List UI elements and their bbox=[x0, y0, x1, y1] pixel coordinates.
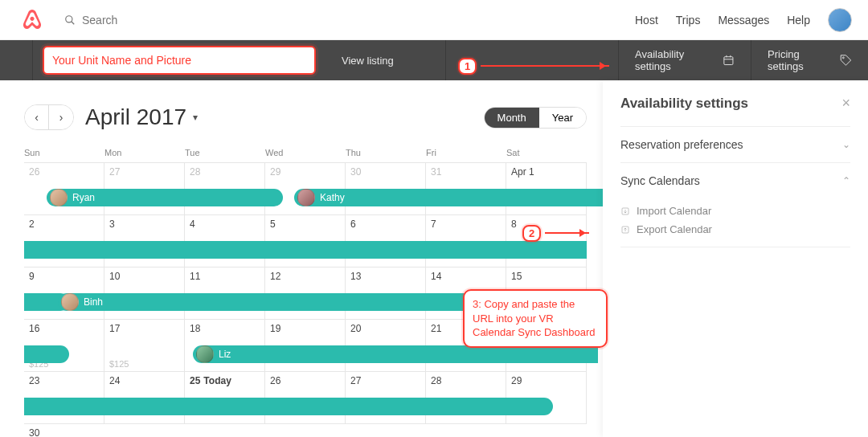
day-price: $125 bbox=[109, 359, 129, 369]
day-number: 25 bbox=[190, 375, 231, 386]
svg-line-1 bbox=[72, 21, 75, 24]
view-toggle: Month Year bbox=[484, 107, 587, 129]
profile-avatar[interactable] bbox=[828, 8, 852, 32]
reservation-bar[interactable]: Ryan bbox=[47, 189, 283, 206]
availability-settings-button[interactable]: Availability settings bbox=[619, 40, 751, 80]
reservation-preferences-row[interactable]: Reservation preferences ⌄ bbox=[620, 126, 850, 162]
calendar-week: 2345678 bbox=[24, 214, 587, 267]
day-number: 18 bbox=[190, 323, 200, 334]
annotation-badge-2: 2 bbox=[522, 225, 541, 242]
calendar-icon bbox=[723, 54, 735, 67]
prev-month-button[interactable]: ‹ bbox=[25, 105, 49, 129]
guest-avatar bbox=[61, 293, 79, 311]
day-number: Apr 1 bbox=[511, 166, 534, 178]
sync-calendar-items: Import Calendar Export Calendar bbox=[620, 198, 850, 247]
guest-avatar bbox=[50, 189, 68, 206]
day-number: 10 bbox=[109, 271, 120, 282]
day-number: 8 bbox=[511, 218, 517, 230]
guest-name: Liz bbox=[219, 349, 231, 360]
guest-name: Binh bbox=[84, 296, 103, 308]
global-header: Search Host Trips Messages Help bbox=[0, 0, 868, 40]
day-number: 21 bbox=[431, 323, 441, 334]
reservation-bar[interactable] bbox=[24, 398, 553, 415]
nav-trips[interactable]: Trips bbox=[676, 14, 701, 27]
calendar-day[interactable]: 30$117 bbox=[24, 424, 587, 437]
import-calendar-button[interactable]: Import Calendar bbox=[620, 202, 850, 220]
import-icon bbox=[620, 206, 630, 216]
reservation-preferences-label: Reservation preferences bbox=[620, 138, 743, 151]
unit-name-field[interactable]: Your Unit Name and Picture bbox=[43, 46, 316, 75]
month-picker[interactable]: April 2017 ▾ bbox=[85, 104, 198, 130]
panel-title: Availability settings bbox=[620, 96, 748, 112]
day-number: 26 bbox=[270, 375, 280, 386]
svg-point-9 bbox=[843, 57, 845, 59]
dow-label: Tue bbox=[185, 148, 265, 157]
view-listing-button[interactable]: View listing bbox=[326, 40, 446, 80]
calendar-week: 23242526272829 bbox=[24, 371, 587, 423]
reservation-bar[interactable] bbox=[24, 241, 587, 259]
day-number: 20 bbox=[350, 323, 361, 334]
toggle-month[interactable]: Month bbox=[485, 108, 539, 128]
sync-calendars-label: Sync Calendars bbox=[620, 174, 700, 187]
reservation-bar[interactable]: Kathy bbox=[294, 189, 632, 206]
chevron-down-icon: ▾ bbox=[193, 112, 198, 123]
svg-point-0 bbox=[66, 15, 72, 22]
chevron-up-icon: ⌃ bbox=[842, 175, 850, 186]
calendar-day[interactable]: 17$125 bbox=[104, 320, 185, 371]
calendar-view: ‹ › April 2017 ▾ Month Year SunMonTueWed… bbox=[24, 104, 587, 437]
day-number: 23 bbox=[29, 375, 39, 386]
sync-calendars-row[interactable]: Sync Calendars ⌃ bbox=[620, 162, 850, 198]
guest-name: Ryan bbox=[72, 192, 95, 203]
pricing-settings-button[interactable]: Pricing settings bbox=[751, 40, 868, 80]
guest-avatar bbox=[297, 189, 315, 206]
toggle-year[interactable]: Year bbox=[539, 108, 586, 128]
day-number: 14 bbox=[431, 271, 441, 282]
day-number: 30 bbox=[29, 427, 39, 437]
dow-label: Thu bbox=[346, 148, 426, 157]
day-number: 29 bbox=[511, 375, 522, 386]
import-calendar-label: Import Calendar bbox=[637, 205, 711, 217]
day-number: 29 bbox=[270, 166, 280, 178]
dow-header: SunMonTueWedThuFriSat bbox=[24, 148, 587, 157]
export-calendar-label: Export Calendar bbox=[637, 223, 712, 235]
calendar-week: 262728293031Apr 1RyanKathy bbox=[24, 162, 587, 214]
day-number: 27 bbox=[350, 375, 361, 386]
dow-label: Fri bbox=[426, 148, 506, 157]
close-icon[interactable]: × bbox=[841, 95, 850, 112]
day-number: 2 bbox=[29, 218, 35, 230]
search-icon bbox=[64, 14, 76, 26]
guest-name: Kathy bbox=[320, 192, 345, 203]
annotation-arrow-2 bbox=[545, 232, 589, 234]
search-placeholder: Search bbox=[82, 14, 117, 27]
day-number: 4 bbox=[190, 218, 195, 230]
day-number: 27 bbox=[109, 166, 120, 178]
day-number: 3 bbox=[109, 218, 115, 230]
next-month-button[interactable]: › bbox=[49, 105, 73, 129]
day-number: 31 bbox=[431, 166, 441, 178]
reservation-bar[interactable]: Liz bbox=[193, 345, 598, 363]
menu-button[interactable] bbox=[0, 40, 33, 80]
nav-messages[interactable]: Messages bbox=[718, 14, 769, 27]
day-number: 19 bbox=[270, 323, 280, 334]
day-number: 7 bbox=[431, 218, 436, 230]
airbnb-logo[interactable] bbox=[16, 9, 48, 31]
annotation-badge-1: 1 bbox=[458, 58, 477, 75]
dow-label: Sun bbox=[24, 148, 104, 157]
search-input[interactable]: Search bbox=[64, 14, 117, 27]
guest-avatar bbox=[196, 345, 214, 363]
day-number: 28 bbox=[431, 375, 441, 386]
day-number: 6 bbox=[350, 218, 356, 230]
month-label: April 2017 bbox=[85, 104, 186, 130]
calendar-week: 30$117 bbox=[24, 423, 587, 437]
nav-host[interactable]: Host bbox=[635, 14, 658, 27]
reservation-bar[interactable] bbox=[24, 345, 69, 363]
listing-toolbar: Your Unit Name and Picture View listing … bbox=[0, 40, 868, 80]
export-calendar-button[interactable]: Export Calendar bbox=[620, 220, 850, 239]
nav-help[interactable]: Help bbox=[787, 14, 810, 27]
svg-rect-5 bbox=[724, 57, 733, 65]
panel-header: Availability settings × bbox=[620, 95, 850, 112]
availability-label: Availability settings bbox=[635, 48, 716, 72]
dow-label: Mon bbox=[104, 148, 185, 157]
content-area: ‹ › April 2017 ▾ Month Year SunMonTueWed… bbox=[0, 80, 868, 437]
export-icon bbox=[620, 225, 630, 235]
